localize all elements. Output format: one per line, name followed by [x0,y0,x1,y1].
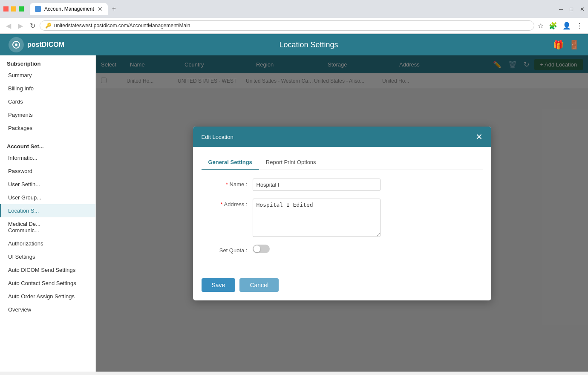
address-label: * Address : [202,199,253,208]
sidebar-section-account: Account Set... [0,138,95,151]
name-input[interactable] [253,179,380,191]
app-container: postDICOM Location Settings 🎁 🚪 Subscrip… [0,34,588,372]
modal-overlay: Edit Location ✕ General Settings Report … [96,55,588,372]
browser-titlebar: Account Management ✕ + ─ □ ✕ [0,0,588,18]
window-controls: ─ □ ✕ [559,6,585,12]
sidebar-item-payments[interactable]: Payments [0,108,95,121]
tab-favicon [35,6,41,12]
edit-location-modal: Edit Location ✕ General Settings Report … [193,127,491,300]
logo-text: postDICOM [27,41,64,49]
sidebar-item-ui-settings[interactable]: UI Settings [0,250,95,263]
browser-chrome: Account Management ✕ + ─ □ ✕ ◀ ▶ ↻ 🔑 uni… [0,0,588,34]
modal-footer: Save Cancel [193,270,491,300]
sidebar-item-cards[interactable]: Cards [0,95,95,108]
sidebar-item-location[interactable]: Location S... [0,204,95,217]
reload-button[interactable]: ↻ [27,21,38,31]
sidebar: Subscription Summary Billing Info Cards … [0,55,96,372]
quota-label: Set Quota : [202,245,253,254]
new-tab-button[interactable]: + [108,3,120,15]
name-label: * Name : [202,179,253,188]
sidebar-item-authorizations[interactable]: Authorizations [0,237,95,250]
address-form-row: * Address : Hospital I Edited [202,199,483,237]
tab-report-print-options[interactable]: Report Print Options [259,156,323,170]
name-required-star: * [226,181,230,188]
extensions-icon[interactable]: 🧩 [547,21,559,31]
maximize-button[interactable]: □ [570,6,573,12]
modal-body: General Settings Report Print Options * … [193,147,491,270]
gift-icon[interactable]: 🎁 [553,40,564,50]
sidebar-item-overview[interactable]: Overview [0,303,95,316]
logout-icon[interactable]: 🚪 [569,40,579,50]
app-header: postDICOM Location Settings 🎁 🚪 [0,34,588,55]
sidebar-item-user-groups[interactable]: User Group... [0,191,95,204]
url-bar[interactable]: 🔑 unitedstateswest.postdicom.com/Account… [40,20,534,31]
main-content: Select Name Country Region Storage Addre… [96,55,588,372]
address-required-star: * [221,201,224,208]
cancel-button[interactable]: Cancel [239,278,279,292]
tab-general-settings[interactable]: General Settings [202,156,259,170]
app-logo: postDICOM [9,37,64,52]
forward-button[interactable]: ▶ [15,21,26,31]
tab-bar: General Settings Report Print Options [202,156,483,170]
tab-title: Account Management [44,6,94,12]
star-icon[interactable]: ☆ [536,21,545,31]
modal-header: Edit Location ✕ [193,127,491,147]
toggle-knob [254,245,260,252]
name-form-row: * Name : [202,179,483,191]
sidebar-item-billing[interactable]: Billing Info [0,82,95,95]
logo-icon [9,37,24,52]
sidebar-item-packages[interactable]: Packages [0,121,95,135]
sidebar-item-summary[interactable]: Summary [0,69,95,82]
sidebar-item-auto-order[interactable]: Auto Order Assign Settings [0,290,95,303]
close-button[interactable]: ✕ [580,6,585,12]
url-text: unitedstateswest.postdicom.com/AccountMa… [54,23,190,29]
sidebar-item-information[interactable]: Informatio... [0,151,95,164]
browser-action-icons: ☆ 🧩 👤 ⋮ [536,21,585,31]
app-header-actions: 🎁 🚪 [553,40,579,50]
browser-tab[interactable]: Account Management ✕ [30,3,108,15]
save-button[interactable]: Save [202,278,236,292]
app-body: Subscription Summary Billing Info Cards … [0,55,588,372]
browser-navbar: ◀ ▶ ↻ 🔑 unitedstateswest.postdicom.com/A… [0,18,588,34]
sidebar-item-auto-contact[interactable]: Auto Contact Send Settings [0,277,95,290]
modal-close-button[interactable]: ✕ [476,133,483,141]
sidebar-item-auto-dicom[interactable]: Auto DICOM Send Settings [0,263,95,277]
sidebar-item-user-settings[interactable]: User Settin... [0,178,95,191]
sidebar-item-medical[interactable]: Medical De...Communic... [0,217,95,237]
quota-toggle-row [253,245,270,253]
modal-title: Edit Location [202,134,233,140]
modal-footer-wrapper: 1 Sa [193,270,491,300]
menu-icon[interactable]: ⋮ [574,21,585,31]
quota-toggle[interactable] [253,245,270,253]
minimize-button[interactable]: ─ [559,6,563,12]
app-header-title: Location Settings [280,40,338,49]
quota-form-row: Set Quota : [202,245,483,254]
back-button[interactable]: ◀ [3,21,14,31]
address-textarea[interactable]: Hospital I Edited [253,199,380,237]
profile-icon[interactable]: 👤 [561,21,573,31]
sidebar-item-password[interactable]: Password [0,164,95,178]
lock-icon: 🔑 [45,23,52,29]
sidebar-section-subscription: Subscription [0,55,95,69]
general-settings-form: * Name : * Address : Hospital I Edited [202,179,483,254]
svg-point-1 [15,43,17,46]
tab-close-button[interactable]: ✕ [98,6,103,12]
